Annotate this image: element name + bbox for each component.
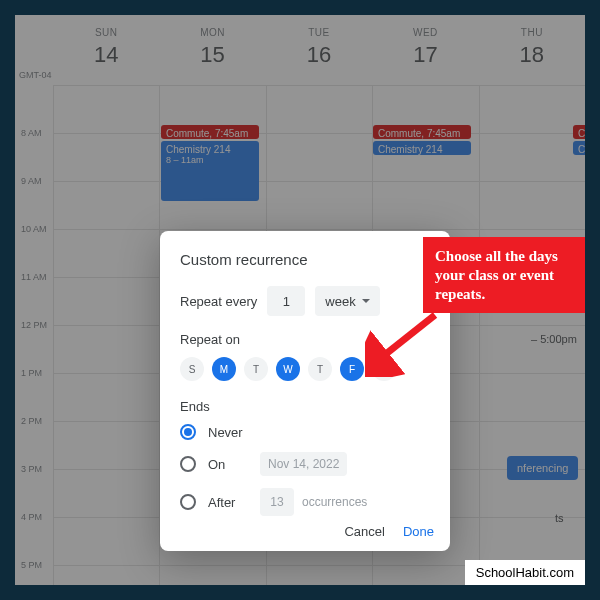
day-toggle-fri[interactable]: F [340, 357, 364, 381]
never-label: Never [208, 425, 243, 440]
day-toggle-sun[interactable]: S [180, 357, 204, 381]
repeat-on-label: Repeat on [180, 332, 430, 347]
day-toggle-wed[interactable]: W [276, 357, 300, 381]
watermark: SchoolHabit.com [465, 560, 585, 585]
day-toggle-tue[interactable]: T [244, 357, 268, 381]
repeat-every-label: Repeat every [180, 294, 257, 309]
chevron-down-icon [362, 299, 370, 303]
day-toggle-mon[interactable]: M [212, 357, 236, 381]
radio-never[interactable] [180, 424, 196, 440]
dialog-title: Custom recurrence [180, 251, 430, 268]
radio-on[interactable] [180, 456, 196, 472]
day-picker: S M T W T F S [180, 357, 430, 381]
occurrences-label: occurrences [302, 495, 367, 509]
end-date-input[interactable]: Nov 14, 2022 [260, 452, 347, 476]
on-label: On [208, 457, 248, 472]
interval-input[interactable]: 1 [267, 286, 305, 316]
occurrences-input[interactable]: 13 [260, 488, 294, 516]
day-toggle-sat[interactable]: S [372, 357, 396, 381]
done-button[interactable]: Done [403, 524, 434, 539]
cancel-button[interactable]: Cancel [344, 524, 384, 539]
after-label: After [208, 495, 248, 510]
unit-select[interactable]: week [315, 286, 379, 316]
ends-label: Ends [180, 399, 430, 414]
instruction-callout: Choose all the days your class or event … [423, 237, 585, 313]
day-toggle-thu[interactable]: T [308, 357, 332, 381]
custom-recurrence-dialog: Custom recurrence Repeat every 1 week Re… [160, 231, 450, 551]
radio-after[interactable] [180, 494, 196, 510]
